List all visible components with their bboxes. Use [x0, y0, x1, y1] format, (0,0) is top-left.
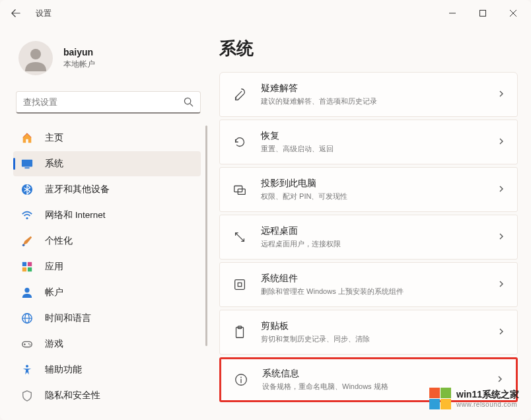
- settings-card-1[interactable]: 恢复 重置、高级启动、返回: [219, 120, 518, 164]
- settings-window: 设置 baiyun 本地帐户: [0, 0, 531, 420]
- sidebar-item-2[interactable]: 蓝牙和其他设备: [13, 177, 201, 202]
- chevron-right-icon: [496, 374, 504, 386]
- svg-rect-5: [22, 160, 32, 167]
- card-subtitle: 建议的疑难解答、首选项和历史记录: [261, 96, 497, 106]
- settings-card-2[interactable]: 投影到此电脑 权限、配对 PIN、可发现性: [219, 167, 518, 212]
- person-icon: [20, 285, 34, 300]
- search-box[interactable]: [16, 91, 201, 114]
- card-title: 剪贴板: [261, 320, 497, 332]
- sidebar-item-label: 游戏: [45, 338, 63, 350]
- sidebar-item-4[interactable]: 个性化: [13, 228, 201, 254]
- gamepad-icon: [20, 337, 34, 351]
- svg-point-2: [30, 49, 41, 59]
- user-profile[interactable]: baiyun 本地帐户: [13, 34, 206, 87]
- clipboard-icon: [232, 324, 248, 340]
- sidebar-item-0[interactable]: 主页: [13, 125, 201, 151]
- svg-rect-18: [22, 341, 32, 347]
- chevron-right-icon: [497, 326, 505, 338]
- svg-rect-27: [235, 280, 245, 290]
- svg-rect-1: [480, 11, 486, 17]
- card-subtitle: 剪切和复制历史记录、同步、清除: [261, 334, 497, 344]
- sidebar-item-6[interactable]: 帐户: [13, 280, 201, 305]
- remote-icon: [232, 229, 248, 245]
- svg-rect-11: [28, 262, 32, 266]
- sidebar-item-3[interactable]: 网络和 Internet: [13, 203, 201, 228]
- sidebar-item-9[interactable]: 辅助功能: [13, 357, 201, 382]
- sidebar: baiyun 本地帐户 主页系统蓝牙和其他设备网络和 Internet个性化应用…: [0, 26, 210, 420]
- svg-point-23: [26, 365, 28, 368]
- recovery-icon: [232, 134, 248, 150]
- bluetooth-icon: [20, 182, 34, 197]
- sidebar-item-label: 帐户: [45, 287, 63, 298]
- minimize-button[interactable]: [437, 0, 468, 26]
- chevron-right-icon: [497, 231, 505, 243]
- card-subtitle: 重置、高级启动、返回: [261, 144, 497, 154]
- sidebar-item-10[interactable]: 隐私和安全性: [13, 383, 201, 408]
- svg-point-24: [236, 98, 237, 99]
- svg-rect-6: [24, 167, 29, 168]
- shield-icon: [20, 388, 34, 403]
- globe-icon: [20, 311, 34, 326]
- search-input[interactable]: [23, 97, 184, 107]
- window-controls: [437, 0, 528, 26]
- card-subtitle: 删除和管理在 Windows 上预安装的系统组件: [261, 287, 497, 297]
- sidebar-item-label: 应用: [45, 261, 63, 273]
- svg-line-4: [190, 104, 193, 106]
- search-icon: [184, 97, 194, 107]
- wifi-icon: [20, 208, 34, 223]
- settings-card-4[interactable]: 系统组件 删除和管理在 Windows 上预安装的系统组件: [219, 262, 518, 307]
- settings-card-0[interactable]: 疑难解答 建议的疑难解答、首选项和历史记录: [219, 72, 518, 117]
- sidebar-item-8[interactable]: 游戏: [13, 332, 201, 357]
- maximize-button[interactable]: [468, 0, 498, 26]
- card-title: 恢复: [261, 130, 497, 142]
- settings-card-5[interactable]: 剪贴板 剪切和复制历史记录、同步、清除: [219, 310, 518, 355]
- avatar-placeholder-icon: [22, 45, 49, 71]
- watermark: win11系统之家 www.relsound.com: [429, 387, 519, 409]
- sidebar-item-label: 个性化: [45, 235, 73, 247]
- svg-point-14: [24, 288, 29, 293]
- settings-cards: 疑难解答 建议的疑难解答、首选项和历史记录 恢复 重置、高级启动、返回 投影到此…: [219, 72, 518, 402]
- sidebar-item-label: 网络和 Internet: [45, 209, 106, 221]
- brush-icon: [20, 234, 34, 248]
- back-button[interactable]: [3, 0, 29, 26]
- avatar: [18, 41, 53, 75]
- card-title: 系统组件: [261, 273, 497, 285]
- components-icon: [232, 277, 248, 293]
- close-button[interactable]: [498, 0, 528, 26]
- sidebar-item-label: 时间和语言: [45, 312, 91, 324]
- window-title: 设置: [36, 8, 52, 19]
- close-icon: [510, 10, 516, 17]
- chevron-right-icon: [497, 184, 505, 195]
- sidebar-item-5[interactable]: 应用: [13, 254, 201, 279]
- display-icon: [20, 157, 34, 171]
- info-icon: [233, 372, 249, 388]
- card-title: 系统信息: [262, 368, 496, 380]
- project-icon: [232, 182, 248, 197]
- sidebar-item-7[interactable]: 时间和语言: [13, 306, 201, 331]
- titlebar: 设置: [0, 0, 531, 26]
- svg-point-22: [30, 344, 31, 345]
- chevron-right-icon: [497, 136, 505, 148]
- home-icon: [20, 131, 34, 145]
- page-title: 系统: [219, 37, 518, 60]
- card-subtitle: 远程桌面用户，连接权限: [261, 239, 497, 249]
- svg-rect-12: [22, 267, 26, 271]
- svg-point-3: [184, 98, 190, 104]
- user-name: baiyun: [63, 47, 95, 57]
- watermark-url: www.relsound.com: [456, 401, 519, 408]
- nav-list: 主页系统蓝牙和其他设备网络和 Internet个性化应用帐户时间和语言游戏辅助功…: [13, 125, 206, 408]
- sidebar-item-label: 主页: [45, 132, 63, 144]
- wrench-icon: [232, 87, 248, 102]
- sidebar-item-label: 隐私和安全性: [45, 390, 100, 402]
- settings-card-3[interactable]: 远程桌面 远程桌面用户，连接权限: [219, 215, 518, 260]
- card-subtitle: 权限、配对 PIN、可发现性: [261, 192, 497, 201]
- svg-rect-28: [238, 283, 242, 287]
- card-title: 远程桌面: [261, 225, 497, 237]
- svg-rect-10: [22, 262, 26, 266]
- chevron-right-icon: [497, 88, 505, 100]
- sidebar-item-label: 辅助功能: [45, 364, 82, 376]
- card-title: 疑难解答: [261, 83, 497, 94]
- sidebar-item-1[interactable]: 系统: [13, 151, 201, 176]
- main-content: 系统 疑难解答 建议的疑难解答、首选项和历史记录 恢复 重置、高级启动、返回 投…: [210, 26, 531, 420]
- sidebar-item-label: 蓝牙和其他设备: [45, 184, 110, 195]
